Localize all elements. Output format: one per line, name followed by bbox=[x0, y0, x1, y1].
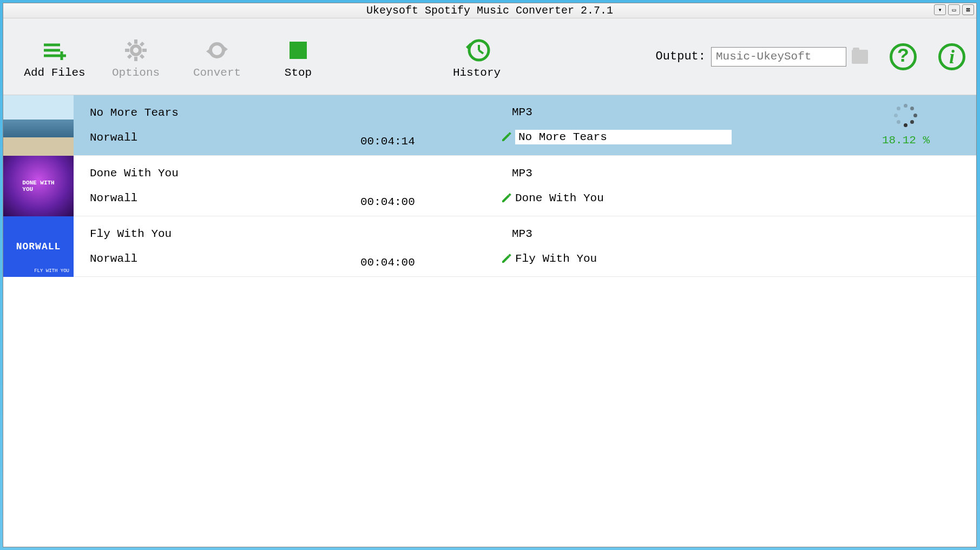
track-title: No More Tears bbox=[90, 107, 360, 119]
track-info: Fly With You Norwall 00:04:00 MP3 Fly Wi… bbox=[74, 216, 976, 276]
gear-icon bbox=[123, 34, 149, 67]
convert-label: Convert bbox=[193, 67, 241, 79]
titlebar: Ukeysoft Spotify Music Converter 2.7.1 ▾… bbox=[3, 3, 976, 18]
pencil-icon[interactable] bbox=[501, 193, 512, 203]
toolbar: Add Files Options bbox=[3, 18, 976, 95]
info-button[interactable]: i bbox=[938, 43, 965, 70]
options-button[interactable]: Options bbox=[95, 18, 176, 95]
close-button[interactable]: ⊠ bbox=[962, 4, 974, 15]
output-path-input[interactable] bbox=[711, 47, 846, 67]
svg-line-12 bbox=[128, 55, 131, 58]
track-row[interactable]: NORWALL FLY WITH YOU Fly With You Norwal… bbox=[3, 216, 976, 277]
track-row[interactable]: DONE WITHYOU Done With You Norwall 00:04… bbox=[3, 156, 976, 216]
output-area: Output: ? i bbox=[656, 43, 965, 70]
track-filename[interactable]: No More Tears bbox=[515, 130, 732, 144]
svg-rect-16 bbox=[290, 42, 307, 59]
refresh-icon bbox=[204, 34, 230, 67]
album-art bbox=[3, 95, 74, 156]
track-filename: Fly With You bbox=[515, 253, 597, 265]
track-info: Done With You Norwall 00:04:00 MP3 Done … bbox=[74, 156, 976, 216]
minimize-button[interactable]: ▭ bbox=[948, 4, 960, 15]
svg-point-5 bbox=[131, 46, 140, 55]
svg-marker-15 bbox=[206, 48, 211, 55]
window-title: Ukeysoft Spotify Music Converter 2.7.1 bbox=[366, 4, 613, 17]
track-title: Fly With You bbox=[90, 228, 360, 240]
stop-icon bbox=[287, 34, 309, 67]
track-duration: 00:04:00 bbox=[360, 196, 415, 208]
track-duration: 00:04:14 bbox=[360, 135, 415, 148]
options-label: Options bbox=[112, 67, 160, 79]
app-window: Ukeysoft Spotify Music Converter 2.7.1 ▾… bbox=[3, 3, 977, 547]
output-label: Output: bbox=[656, 50, 706, 63]
track-progress: 18.12 % bbox=[882, 134, 930, 147]
track-duration: 00:04:00 bbox=[360, 256, 415, 269]
track-format: MP3 bbox=[501, 228, 836, 240]
track-artist: Norwall bbox=[90, 131, 360, 144]
svg-marker-25 bbox=[502, 255, 510, 263]
history-icon bbox=[463, 34, 491, 67]
history-label: History bbox=[453, 67, 501, 79]
track-artist: Norwall bbox=[90, 192, 360, 204]
svg-line-19 bbox=[479, 50, 483, 54]
track-list: No More Tears Norwall 00:04:14 MP3 No Mo… bbox=[3, 95, 976, 547]
stop-button[interactable]: Stop bbox=[258, 18, 339, 95]
svg-marker-14 bbox=[223, 46, 228, 52]
svg-marker-23 bbox=[502, 195, 510, 202]
pencil-icon[interactable] bbox=[501, 253, 512, 264]
add-files-button[interactable]: Add Files bbox=[14, 18, 95, 95]
stop-label: Stop bbox=[285, 67, 312, 79]
dropdown-button[interactable]: ▾ bbox=[934, 4, 946, 15]
track-format: MP3 bbox=[501, 167, 836, 180]
history-button[interactable]: History bbox=[436, 18, 517, 95]
track-title: Done With You bbox=[90, 167, 360, 180]
album-art: NORWALL FLY WITH YOU bbox=[3, 216, 74, 277]
add-files-icon bbox=[41, 34, 68, 67]
spinner-icon bbox=[894, 104, 918, 128]
help-button[interactable]: ? bbox=[890, 43, 917, 70]
svg-line-13 bbox=[141, 43, 143, 45]
convert-button[interactable]: Convert bbox=[176, 18, 258, 95]
add-files-label: Add Files bbox=[24, 67, 85, 79]
pencil-icon[interactable] bbox=[501, 131, 512, 142]
track-format: MP3 bbox=[501, 106, 836, 118]
svg-marker-21 bbox=[502, 134, 510, 141]
track-artist: Norwall bbox=[90, 253, 360, 265]
window-controls: ▾ ▭ ⊠ bbox=[934, 4, 974, 15]
track-row[interactable]: No More Tears Norwall 00:04:14 MP3 No Mo… bbox=[3, 95, 976, 156]
svg-line-10 bbox=[128, 43, 131, 45]
track-filename: Done With You bbox=[515, 192, 604, 204]
browse-folder-button[interactable] bbox=[852, 50, 868, 64]
svg-line-11 bbox=[141, 55, 143, 58]
track-info: No More Tears Norwall 00:04:14 MP3 No Mo… bbox=[74, 95, 976, 155]
album-art: DONE WITHYOU bbox=[3, 156, 74, 216]
